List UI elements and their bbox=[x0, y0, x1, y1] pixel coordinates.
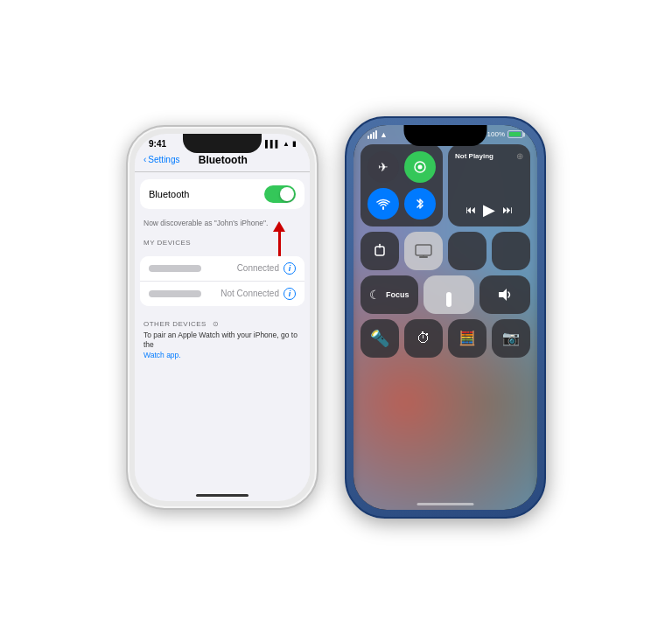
right-home-indicator[interactable] bbox=[417, 503, 474, 505]
other-devices-section: OTHER DEVICES ⊙ To pair an Apple Watch w… bbox=[135, 313, 310, 366]
cc-flashlight-btn[interactable]: 🔦 bbox=[360, 319, 399, 358]
cc-media-block: Not Playing ⊕ ⏮ ▶ ⏭ bbox=[448, 144, 530, 226]
left-phone: 9:41 ▌▌▌ ▲ ▮ ‹ Settings Bluetooth Blueto… bbox=[126, 125, 318, 510]
battery-percent-label: 100% bbox=[487, 130, 505, 138]
device-1-info-btn[interactable]: i bbox=[284, 262, 296, 275]
device-2-name bbox=[149, 290, 201, 297]
bluetooth-toggle-row[interactable]: Bluetooth bbox=[140, 179, 304, 209]
status-right-info: 100% bbox=[487, 130, 523, 138]
left-phone-screen: 9:41 ▌▌▌ ▲ ▮ ‹ Settings Bluetooth Blueto… bbox=[135, 134, 310, 501]
battery-icon-right bbox=[508, 130, 523, 138]
cc-cellular-btn[interactable] bbox=[404, 151, 436, 183]
svg-marker-5 bbox=[499, 289, 507, 301]
battery-icon-left: ▮ bbox=[292, 140, 296, 148]
arrow-head bbox=[273, 221, 285, 232]
moon-icon: ☾ bbox=[369, 288, 381, 302]
nav-title: Bluetooth bbox=[179, 154, 266, 166]
cc-mid-row bbox=[360, 232, 530, 270]
cc-top-row: ✈ bbox=[360, 144, 530, 226]
notch bbox=[183, 134, 262, 153]
home-indicator[interactable] bbox=[196, 494, 248, 497]
svg-rect-4 bbox=[416, 245, 431, 255]
device-1-status: Connected bbox=[237, 263, 279, 273]
cc-network-block: ✈ bbox=[360, 144, 443, 226]
svg-point-3 bbox=[379, 243, 381, 245]
cc-focus-row: ☾ Focus bbox=[360, 275, 530, 314]
bluetooth-toggle-group: Bluetooth bbox=[140, 179, 304, 209]
right-phone: ▲ 100% ✈ bbox=[345, 116, 546, 519]
media-play-btn[interactable]: ▶ bbox=[483, 200, 495, 219]
nav-back-label[interactable]: Settings bbox=[148, 155, 179, 164]
device-row-1[interactable]: Connected i bbox=[140, 256, 304, 282]
back-chevron-icon: ‹ bbox=[144, 155, 146, 164]
cc-empty-1 bbox=[448, 232, 486, 270]
cc-bluetooth-btn[interactable] bbox=[404, 188, 436, 219]
right-phone-screen: ▲ 100% ✈ bbox=[354, 125, 537, 510]
nav-bar: ‹ Settings Bluetooth bbox=[135, 150, 310, 172]
cc-airplane-btn[interactable]: ✈ bbox=[368, 151, 399, 183]
cc-orientation-btn[interactable] bbox=[360, 232, 399, 270]
status-left-icons: ▲ bbox=[368, 130, 388, 139]
device-2-status-row: Not Connected i bbox=[220, 288, 296, 300]
cc-brightness-btn[interactable] bbox=[424, 275, 474, 314]
settings-content: Bluetooth Now discoverable as "John's iP… bbox=[135, 172, 310, 487]
spinner-icon: ⊙ bbox=[213, 320, 220, 328]
cc-calculator-btn[interactable]: 🧮 bbox=[448, 319, 486, 358]
control-center: ✈ bbox=[354, 141, 537, 361]
wifi-icon: ▲ bbox=[283, 140, 290, 148]
toggle-knob bbox=[280, 187, 294, 201]
focus-label: Focus bbox=[386, 290, 410, 299]
watch-app-link[interactable]: Watch app. bbox=[144, 351, 181, 359]
red-arrow-annotation bbox=[273, 221, 285, 256]
cc-timer-btn[interactable]: ⏱ bbox=[404, 319, 443, 358]
brightness-bar bbox=[446, 292, 452, 307]
nav-back[interactable]: ‹ Settings bbox=[144, 155, 179, 164]
media-controls: ⏮ ▶ ⏭ bbox=[455, 200, 523, 219]
watch-pair-text: To pair an Apple Watch with your iPhone,… bbox=[144, 331, 301, 362]
cc-last-row: 🔦 ⏱ 🧮 📷 bbox=[360, 319, 530, 358]
other-devices-header: OTHER DEVICES ⊙ bbox=[144, 315, 301, 331]
svg-point-1 bbox=[418, 164, 423, 169]
arrow-line bbox=[278, 232, 281, 256]
media-prev-btn[interactable]: ⏮ bbox=[466, 204, 476, 216]
cc-camera-btn[interactable]: 📷 bbox=[492, 319, 530, 358]
right-notch bbox=[404, 125, 487, 146]
cc-focus-btn[interactable]: ☾ Focus bbox=[360, 275, 418, 314]
wifi-status-icon: ▲ bbox=[380, 130, 388, 139]
cc-empty-2 bbox=[492, 232, 530, 270]
airplay-icon[interactable]: ⊕ bbox=[516, 151, 523, 161]
device-1-status-row: Connected i bbox=[237, 262, 296, 275]
bluetooth-label: Bluetooth bbox=[149, 189, 189, 199]
media-next-btn[interactable]: ⏭ bbox=[502, 204, 513, 216]
cc-screen-mirror-btn[interactable] bbox=[404, 232, 443, 270]
device-row-2[interactable]: Not Connected i bbox=[140, 282, 304, 306]
signal-icon: ▌▌▌ bbox=[265, 140, 280, 148]
battery-fill bbox=[509, 132, 521, 136]
device-1-name bbox=[149, 265, 201, 272]
media-not-playing-label: Not Playing bbox=[455, 152, 494, 160]
device-2-status: Not Connected bbox=[220, 289, 279, 298]
cc-volume-btn[interactable] bbox=[480, 275, 530, 314]
device-2-info-btn[interactable]: i bbox=[284, 288, 296, 300]
media-title-row: Not Playing ⊕ bbox=[455, 151, 523, 161]
signal-bars-icon bbox=[368, 130, 377, 139]
status-icons: ▌▌▌ ▲ ▮ bbox=[265, 140, 296, 148]
status-time: 9:41 bbox=[149, 139, 166, 149]
cc-wifi-btn[interactable] bbox=[368, 188, 399, 219]
my-devices-group: Connected i Not Connected i bbox=[140, 256, 304, 306]
bluetooth-toggle[interactable] bbox=[264, 185, 296, 203]
